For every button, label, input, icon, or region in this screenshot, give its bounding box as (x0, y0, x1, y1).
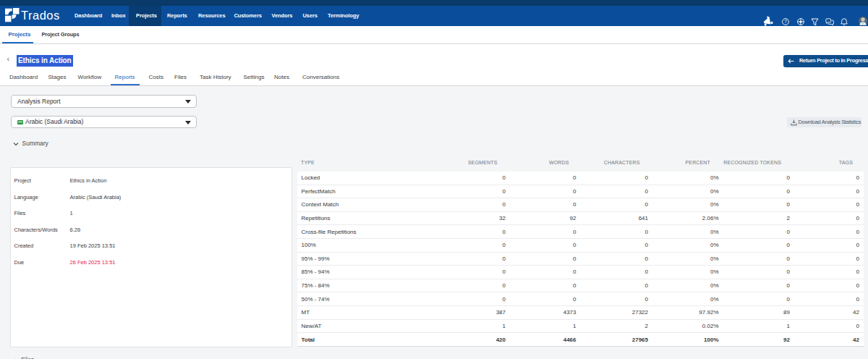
svg-text:?: ? (784, 19, 787, 24)
